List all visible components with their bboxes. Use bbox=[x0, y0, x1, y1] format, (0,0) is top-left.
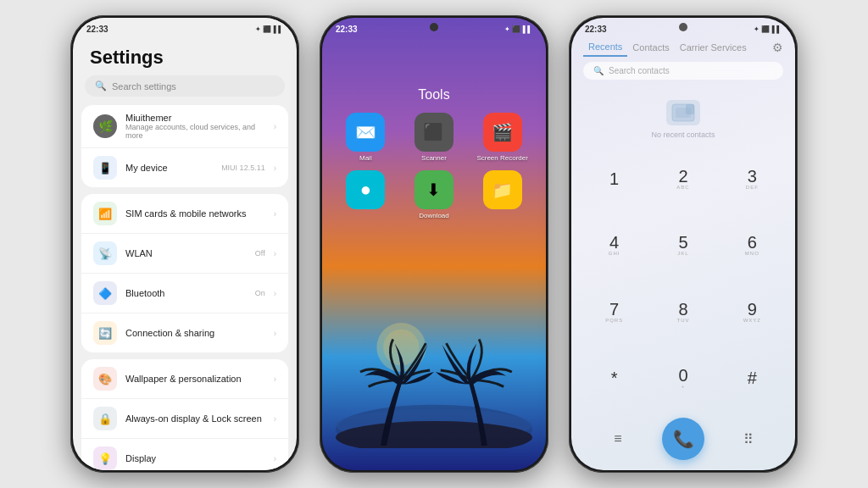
chevron-icon-7: › bbox=[274, 374, 276, 384]
dialer-bottom-bar: ≡ 📞 ⠿ bbox=[571, 411, 795, 470]
contact-placeholder-icon bbox=[666, 100, 700, 125]
tab-carrier[interactable]: Carrier Services bbox=[675, 39, 752, 56]
num-9-main: 9 bbox=[748, 301, 757, 318]
num-btn-hash[interactable]: # bbox=[718, 345, 787, 411]
settings-item-display[interactable]: 💡 Display › bbox=[81, 439, 288, 470]
settings-item-lockscreen[interactable]: 🔒 Always-on display & Lock screen › bbox=[81, 399, 288, 439]
app-scanner[interactable]: ⬛ Scanner bbox=[415, 113, 453, 162]
tab-contacts[interactable]: Contacts bbox=[627, 39, 674, 56]
settings-icon[interactable]: ⚙ bbox=[772, 41, 783, 54]
settings-title: Settings bbox=[73, 43, 297, 75]
search-placeholder-dialer: Search contacts bbox=[609, 66, 670, 75]
num-btn-9[interactable]: 9 WXYZ bbox=[718, 279, 787, 345]
wlan-title: WLAN bbox=[125, 248, 247, 258]
connection-title: Connection & sharing bbox=[125, 328, 265, 338]
connection-text: Connection & sharing bbox=[125, 328, 265, 338]
num-2-sub: ABC bbox=[676, 185, 689, 190]
wallpaper-title: Wallpaper & personalization bbox=[125, 374, 265, 384]
num-btn-4[interactable]: 4 GHI bbox=[580, 212, 648, 278]
dialer-search-bar[interactable]: 🔍 Search contacts bbox=[583, 62, 783, 80]
settings-item-miuithemer[interactable]: 🌿 Miuithemer Manage accounts, cloud serv… bbox=[81, 105, 288, 148]
app-grid: ✉️ Mail ⬛ Scanner 🎬 Screen Recorder ● ⬇ bbox=[336, 113, 532, 219]
chevron-icon-5: › bbox=[274, 289, 276, 298]
settings-card-personalization: 🎨 Wallpaper & personalization › 🔒 Always… bbox=[81, 359, 288, 470]
status-icons-settings: ✦ ⬛ ▌▌ bbox=[255, 25, 283, 33]
app-download[interactable]: ⬇ Download bbox=[415, 170, 453, 219]
app-screen-recorder[interactable]: 🎬 Screen Recorder bbox=[476, 113, 527, 162]
num-2-main: 2 bbox=[678, 168, 687, 185]
app-4[interactable]: ● bbox=[346, 170, 385, 219]
settings-content: Settings 🔍 Search settings 🌿 Miuithemer … bbox=[73, 36, 297, 470]
num-btn-3[interactable]: 3 DEF bbox=[718, 146, 787, 212]
settings-item-connection[interactable]: 🔄 Connection & sharing › bbox=[81, 313, 288, 352]
dialpad-button[interactable]: ⠿ bbox=[733, 424, 764, 454]
num-7-sub: PQRS bbox=[605, 318, 623, 323]
bluetooth-right: On bbox=[255, 289, 265, 297]
miuithemer-sub: Manage accounts, cloud services, and mor… bbox=[125, 123, 265, 140]
num-1-main: 1 bbox=[609, 170, 619, 187]
home-content: Tools ✉️ Mail ⬛ Scanner 🎬 Screen Recorde… bbox=[322, 36, 546, 470]
num-3-sub: DEF bbox=[746, 185, 759, 190]
time-dialer: 22:33 bbox=[585, 25, 607, 34]
chevron-icon: › bbox=[274, 122, 276, 131]
sim-text: SIM cards & mobile networks bbox=[125, 208, 265, 219]
num-0-main: 0 bbox=[678, 367, 687, 384]
wlan-text: WLAN bbox=[125, 248, 247, 258]
settings-item-wallpaper[interactable]: 🎨 Wallpaper & personalization › bbox=[81, 359, 288, 399]
chevron-icon-6: › bbox=[274, 329, 276, 338]
num-btn-star[interactable]: * bbox=[580, 345, 648, 411]
settings-item-wlan[interactable]: 📡 WLAN Off › bbox=[81, 234, 288, 274]
app6-icon: 📁 bbox=[483, 170, 522, 209]
status-bar-dialer: 22:33 ✦ ⬛ ▌▌ bbox=[571, 18, 795, 36]
mydevice-text: My device bbox=[125, 163, 213, 173]
chevron-icon-9: › bbox=[274, 454, 276, 463]
recorder-icon: 🎬 bbox=[483, 113, 522, 152]
menu-button[interactable]: ≡ bbox=[603, 424, 633, 454]
num-4-main: 4 bbox=[609, 234, 619, 251]
num-8-sub: TUV bbox=[676, 318, 689, 323]
num-btn-1[interactable]: 1 bbox=[580, 146, 648, 212]
app-mail[interactable]: ✉️ Mail bbox=[346, 113, 385, 162]
search-placeholder: Search settings bbox=[112, 81, 176, 92]
num-0-sub: + bbox=[682, 384, 686, 389]
num-6-sub: MNO bbox=[745, 251, 760, 256]
phone-dialer: 22:33 ✦ ⬛ ▌▌ Recents Contacts Carrier Se… bbox=[569, 15, 798, 473]
num-btn-5[interactable]: 5 JKL bbox=[648, 212, 717, 278]
num-btn-6[interactable]: 6 MNO bbox=[718, 212, 787, 278]
call-button[interactable]: 📞 bbox=[662, 418, 704, 460]
dialer-tabs: Recents Contacts Carrier Services ⚙ bbox=[571, 36, 795, 62]
folder-label: Tools bbox=[336, 45, 532, 103]
phone-home: 22:33 ✦ ⬛ ▌▌ Tools ✉️ Mail ⬛ Scanner 🎬 S… bbox=[320, 15, 548, 473]
bluetooth-icon: 🔷 bbox=[93, 281, 117, 305]
download-icon: ⬇ bbox=[415, 170, 453, 209]
app4-icon: ● bbox=[346, 170, 385, 209]
download-label: Download bbox=[419, 212, 449, 219]
sim-icon: 📶 bbox=[93, 202, 117, 225]
num-5-sub: JKL bbox=[677, 251, 688, 256]
num-btn-0[interactable]: 0 + bbox=[648, 345, 717, 411]
status-icons-dialer: ✦ ⬛ ▌▌ bbox=[754, 25, 782, 33]
numpad: 1 2 ABC 3 DEF 4 GHI 5 JKL 6 MNO bbox=[571, 146, 795, 411]
sim-title: SIM cards & mobile networks bbox=[125, 208, 265, 219]
num-8-main: 8 bbox=[678, 301, 687, 318]
scanner-icon: ⬛ bbox=[415, 113, 453, 152]
num-btn-2[interactable]: 2 ABC bbox=[648, 146, 717, 212]
tab-recents[interactable]: Recents bbox=[583, 38, 627, 57]
bluetooth-text: Bluetooth bbox=[125, 288, 247, 298]
settings-item-sim[interactable]: 📶 SIM cards & mobile networks › bbox=[81, 194, 288, 234]
num-star-main: * bbox=[611, 369, 618, 386]
settings-item-mydevice[interactable]: 📱 My device MIUI 12.5.11 › bbox=[81, 148, 288, 187]
num-btn-8[interactable]: 8 TUV bbox=[648, 279, 717, 345]
mail-label: Mail bbox=[359, 154, 372, 162]
num-7-main: 7 bbox=[609, 301, 619, 318]
num-5-main: 5 bbox=[678, 234, 687, 251]
settings-item-bluetooth[interactable]: 🔷 Bluetooth On › bbox=[81, 274, 288, 313]
mail-icon: ✉️ bbox=[346, 113, 385, 152]
wlan-icon: 📡 bbox=[93, 241, 117, 265]
palm-scene bbox=[336, 219, 532, 457]
palm-svg bbox=[336, 296, 532, 448]
lockscreen-icon: 🔒 bbox=[93, 407, 117, 430]
app-6[interactable]: 📁 bbox=[483, 170, 522, 219]
settings-search-bar[interactable]: 🔍 Search settings bbox=[85, 75, 285, 97]
num-btn-7[interactable]: 7 PQRS bbox=[580, 279, 648, 345]
